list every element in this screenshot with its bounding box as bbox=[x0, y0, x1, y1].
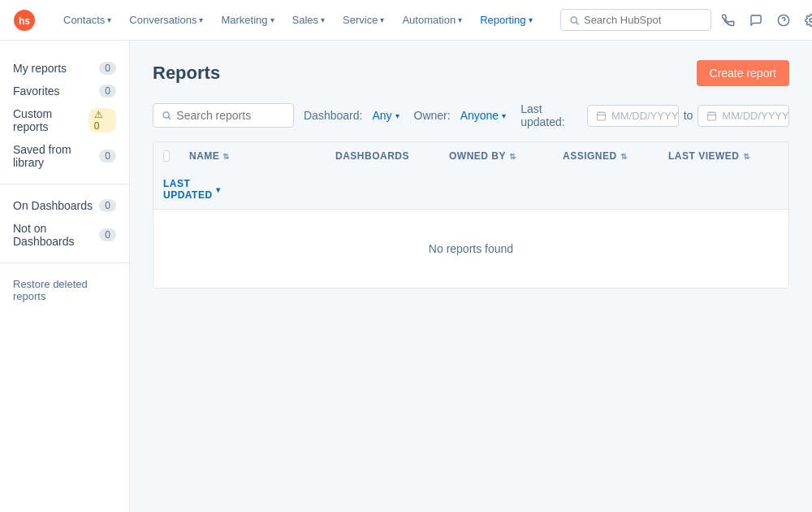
sidebar-dashboard-section: On Dashboards 0 Not on Dashboards 0 bbox=[0, 194, 129, 253]
sidebar-divider-2 bbox=[0, 263, 129, 263]
sort-icon: ⇅ bbox=[509, 152, 516, 161]
chevron-down-icon: ▾ bbox=[107, 15, 111, 24]
my-reports-count: 0 bbox=[99, 62, 116, 75]
search-reports-input[interactable] bbox=[176, 109, 285, 122]
sidebar: My reports 0 Favorites 0 Custom reports … bbox=[0, 41, 130, 512]
table-body: No reports found bbox=[153, 210, 788, 288]
chevron-down-icon: ▾ bbox=[458, 15, 462, 24]
page-title: Reports bbox=[153, 63, 220, 84]
svg-line-8 bbox=[168, 117, 171, 119]
chevron-down-icon: ▾ bbox=[529, 15, 533, 24]
sidebar-divider bbox=[0, 184, 129, 184]
table-header-dashboards: DASHBOARDS bbox=[326, 142, 439, 170]
dashboard-filter-dropdown[interactable]: Any ▾ bbox=[367, 106, 404, 125]
chat-icon[interactable] bbox=[745, 9, 767, 32]
chevron-down-icon: ▾ bbox=[380, 15, 384, 24]
svg-point-7 bbox=[163, 112, 169, 118]
table-header-last-viewed[interactable]: LAST VIEWED ⇅ bbox=[659, 142, 788, 170]
sidebar-item-not-on-dashboards[interactable]: Not on Dashboards 0 bbox=[0, 217, 129, 253]
table-header-name[interactable]: NAME ⇅ bbox=[179, 142, 326, 170]
nav-marketing[interactable]: Marketing ▾ bbox=[213, 9, 282, 31]
saved-library-count: 0 bbox=[99, 150, 116, 163]
search-reports-input-wrapper[interactable] bbox=[153, 103, 294, 128]
table-header-checkbox bbox=[153, 142, 179, 170]
chevron-down-icon: ▾ bbox=[395, 111, 400, 120]
sidebar-item-on-dashboards[interactable]: On Dashboards 0 bbox=[0, 194, 129, 217]
table-header: NAME ⇅ DASHBOARDS OWNED BY ⇅ ASSIGNED ⇅ … bbox=[153, 142, 788, 210]
select-all-checkbox[interactable] bbox=[163, 150, 170, 162]
create-report-button[interactable]: Create report bbox=[697, 60, 789, 86]
chevron-down-icon: ▾ bbox=[270, 15, 274, 24]
owner-filter-value: Anyone bbox=[460, 109, 499, 122]
favorites-count: 0 bbox=[99, 85, 116, 98]
owner-filter-label: Owner: bbox=[414, 109, 451, 122]
chevron-down-icon: ▾ bbox=[502, 111, 506, 120]
on-dashboards-count: 0 bbox=[99, 199, 116, 212]
sort-icon: ⇅ bbox=[222, 152, 230, 161]
chevron-down-icon: ▾ bbox=[321, 15, 325, 24]
calendar-icon bbox=[596, 111, 607, 121]
svg-rect-13 bbox=[708, 112, 716, 120]
nav-right: IS Inspired Spac ▾ bbox=[560, 8, 812, 33]
sidebar-item-saved-from-library[interactable]: Saved from library 0 bbox=[0, 138, 129, 174]
table-header-assigned[interactable]: ASSIGNED ⇅ bbox=[553, 142, 659, 170]
settings-icon[interactable] bbox=[801, 9, 812, 32]
search-icon bbox=[569, 15, 579, 26]
date-range-filter: Last updated: MM/DD/YYYY to MM/DD/YYYY bbox=[520, 102, 789, 128]
page-wrapper: My reports 0 Favorites 0 Custom reports … bbox=[0, 41, 812, 512]
global-search[interactable] bbox=[560, 9, 712, 31]
date-from-input[interactable]: MM/DD/YYYY bbox=[587, 105, 679, 127]
table-header-last-updated[interactable]: LAST UPDATED ▾ bbox=[153, 170, 179, 209]
search-icon bbox=[162, 110, 171, 121]
dashboard-filter-value: Any bbox=[372, 109, 391, 122]
svg-line-3 bbox=[576, 22, 578, 24]
help-icon[interactable] bbox=[773, 9, 794, 32]
sort-icon: ⇅ bbox=[620, 152, 628, 161]
nav-links: Contacts ▾ Conversations ▾ Marketing ▾ S… bbox=[55, 9, 541, 31]
date-to-input[interactable]: MM/DD/YYYY bbox=[698, 105, 789, 127]
dashboard-filter: Dashboard: Any ▾ bbox=[304, 106, 404, 125]
nav-automation[interactable]: Automation ▾ bbox=[394, 9, 470, 31]
nav-conversations[interactable]: Conversations ▾ bbox=[121, 9, 211, 31]
sidebar-main-section: My reports 0 Favorites 0 Custom reports … bbox=[0, 57, 129, 174]
no-results-message: No reports found bbox=[396, 210, 546, 288]
phone-icon[interactable] bbox=[718, 9, 739, 32]
owner-filter-dropdown[interactable]: Anyone ▾ bbox=[456, 106, 511, 125]
sidebar-restore-deleted[interactable]: Restore deleted reports bbox=[0, 273, 129, 307]
custom-reports-count: ⚠ 0 bbox=[89, 108, 116, 132]
dashboard-filter-label: Dashboard: bbox=[304, 109, 362, 122]
main-content: Reports Create report Dashboard: Any ▾ O… bbox=[130, 41, 812, 512]
filters-row: Dashboard: Any ▾ Owner: Anyone ▾ Last up… bbox=[153, 102, 789, 128]
to-label: to bbox=[684, 109, 693, 122]
nav-service[interactable]: Service ▾ bbox=[335, 9, 392, 31]
not-on-dashboards-count: 0 bbox=[99, 228, 116, 241]
top-nav: hs Contacts ▾ Conversations ▾ Marketing … bbox=[0, 0, 812, 41]
sort-desc-icon: ▾ bbox=[216, 185, 221, 194]
svg-point-6 bbox=[810, 19, 812, 22]
table-header-owned-by[interactable]: OWNED BY ⇅ bbox=[439, 142, 553, 170]
owner-filter: Owner: Anyone ▾ bbox=[414, 106, 512, 125]
calendar-icon bbox=[706, 111, 717, 121]
date-from-value: MM/DD/YYYY bbox=[611, 110, 678, 122]
nav-reporting[interactable]: Reporting ▾ bbox=[472, 9, 540, 31]
svg-point-2 bbox=[571, 16, 577, 22]
sort-icon: ⇅ bbox=[743, 152, 750, 161]
hubspot-logo[interactable]: hs bbox=[13, 9, 36, 32]
sidebar-item-custom-reports[interactable]: Custom reports ⚠ 0 bbox=[0, 102, 129, 138]
date-to-value: MM/DD/YYYY bbox=[722, 110, 788, 122]
global-search-input[interactable] bbox=[584, 14, 702, 26]
svg-rect-9 bbox=[598, 112, 606, 120]
nav-sales[interactable]: Sales ▾ bbox=[284, 9, 334, 31]
nav-contacts[interactable]: Contacts ▾ bbox=[55, 9, 119, 31]
svg-text:hs: hs bbox=[19, 15, 30, 27]
sidebar-item-my-reports[interactable]: My reports 0 bbox=[0, 57, 129, 80]
sidebar-item-favorites[interactable]: Favorites 0 bbox=[0, 80, 129, 102]
chevron-down-icon: ▾ bbox=[199, 15, 203, 24]
last-updated-label: Last updated: bbox=[520, 102, 582, 128]
page-header: Reports Create report bbox=[153, 60, 789, 86]
reports-table: NAME ⇅ DASHBOARDS OWNED BY ⇅ ASSIGNED ⇅ … bbox=[153, 141, 789, 289]
